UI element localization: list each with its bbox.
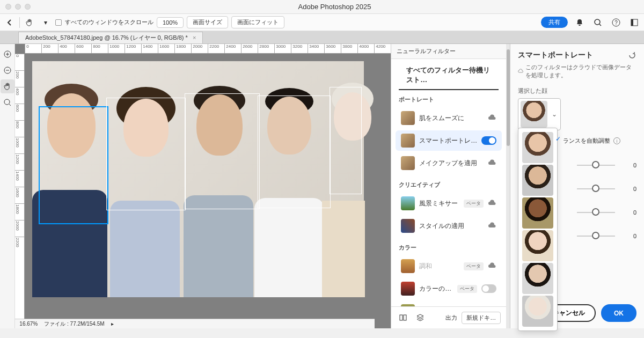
filter-toggle[interactable] (481, 284, 496, 293)
svg-point-7 (4, 99, 10, 105)
slider-thumb[interactable] (592, 185, 599, 192)
document-tab[interactable]: AdobeStock_578474180.jpeg @ 16.7% (レイヤー … (18, 32, 203, 43)
canvas-size-button[interactable]: 画面サイズ (187, 16, 228, 28)
options-bar: ▾ すべてのウィンドウをスクロール 100% 画面サイズ 画面にフィット 共有 … (0, 14, 644, 31)
titlebar: Adobe Photoshop 2025 (0, 0, 644, 14)
filter-harmonize[interactable]: 調和 ベータ (396, 256, 502, 276)
face-option[interactable] (522, 230, 553, 261)
layers-icon[interactable] (414, 311, 427, 324)
detected-face-box[interactable] (185, 93, 260, 209)
hand-tool-icon[interactable] (23, 16, 36, 29)
window-controls[interactable] (5, 4, 31, 10)
cloud-icon (488, 262, 496, 270)
filter-colorize[interactable]: カラー化 (396, 301, 502, 306)
beta-badge: ベータ (457, 285, 477, 293)
ok-button[interactable]: OK (601, 304, 636, 322)
canvas[interactable] (25, 54, 391, 328)
zoom-100-button[interactable]: 100% (157, 17, 184, 28)
ruler-vertical: 0200400600800100012001400160018002000220… (15, 54, 25, 328)
slider[interactable] (577, 165, 615, 166)
check-icon: ✓ (555, 135, 561, 143)
face-option[interactable] (522, 197, 553, 229)
zoom-in-tool[interactable] (1, 47, 14, 61)
svg-rect-4 (631, 19, 633, 26)
filter-thumb-icon (401, 282, 415, 296)
filter-style-transfer[interactable]: スタイルの適用 (396, 216, 502, 236)
detected-face-box[interactable] (106, 98, 186, 210)
face-option[interactable]: ✓ (522, 132, 553, 163)
output-label: 出力 (445, 314, 457, 322)
tool-strip (0, 44, 15, 328)
filter-skin-smoothing[interactable]: 肌をスムーズに (396, 108, 502, 128)
cloud-icon (488, 199, 496, 208)
slider-value: 0 (620, 233, 636, 239)
face-option[interactable] (522, 296, 553, 327)
detected-face-box[interactable] (330, 87, 362, 194)
scrollbar-vertical[interactable] (506, 44, 510, 328)
cloud-icon (488, 114, 496, 122)
svg-text:?: ? (614, 20, 618, 26)
fit-screen-button[interactable]: 画面にフィット (231, 16, 284, 28)
slider-value: 0 (620, 162, 636, 168)
status-chevron-icon[interactable]: ▸ (111, 321, 114, 327)
filter-makeup[interactable]: メイクアップを適用 (396, 153, 502, 173)
close-tab-icon[interactable]: × (193, 34, 196, 41)
filter-thumb-icon (401, 111, 415, 125)
hand-tool[interactable] (1, 79, 14, 93)
main-area: 0200400600800100012001400160018002000220… (0, 44, 644, 328)
filter-smart-portrait[interactable]: スマートポートレ… (396, 130, 502, 151)
maximize-window-icon[interactable] (25, 4, 31, 10)
face-selector[interactable]: ⌄ (518, 98, 561, 130)
slider-thumb[interactable] (592, 232, 599, 239)
minimize-window-icon[interactable] (15, 4, 21, 10)
selected-face-label: 選択した顔 (518, 87, 636, 95)
filter-thumb-icon (401, 134, 415, 148)
document-tab-label: AdobeStock_578474180.jpeg @ 16.7% (レイヤー … (25, 34, 188, 41)
dropdown-icon[interactable]: ▾ (39, 16, 52, 29)
filter-color-transfer[interactable]: カラーの適用 ベータ (396, 278, 502, 299)
scroll-all-checkbox[interactable] (55, 19, 62, 26)
svg-point-0 (595, 19, 600, 25)
app-title: Adobe Photoshop 2025 (31, 3, 639, 11)
svg-rect-9 (404, 315, 406, 320)
help-icon[interactable]: ? (610, 16, 623, 29)
output-dropdown[interactable]: 新規ドキ… (462, 312, 501, 324)
filter-toggle[interactable] (481, 136, 496, 145)
share-button[interactable]: 共有 (541, 17, 568, 28)
info-icon[interactable]: i (613, 137, 620, 144)
slider[interactable] (577, 236, 615, 237)
filter-landscape-mixer[interactable]: 風景ミキサー ベータ (396, 193, 502, 214)
zoom-tool[interactable] (1, 95, 14, 109)
section-color: カラー (391, 238, 506, 254)
neural-filter-tab[interactable]: ニューラルフィルター (391, 44, 506, 59)
close-window-icon[interactable] (5, 4, 11, 10)
slider-row: 0 (577, 233, 636, 239)
compare-icon[interactable] (397, 311, 409, 324)
reset-icon[interactable] (628, 51, 636, 60)
panel-title: スマートポートレート (518, 50, 593, 60)
beta-badge: ベータ (464, 200, 484, 208)
search-icon[interactable] (591, 16, 604, 29)
detected-face-box[interactable] (258, 95, 331, 208)
slider-thumb[interactable] (592, 161, 599, 168)
slider[interactable] (577, 188, 615, 189)
zoom-out-tool[interactable] (1, 63, 14, 77)
canvas-area: 0200400600800100012001400160018002000220… (15, 44, 391, 328)
slider-row: 0 (577, 186, 636, 192)
smart-portrait-panel: スマートポートレート このフィルターはクラウドで画像データを処理します。 選択し… (510, 44, 644, 328)
bell-icon[interactable] (573, 16, 586, 29)
slider-row: 0 (577, 209, 636, 216)
selected-face-box[interactable] (39, 106, 108, 224)
cloud-icon (488, 222, 496, 230)
neural-filter-panel: ニューラルフィルター すべてのフィルター待機リスト… ポートレート 肌をスムーズ… (391, 44, 506, 328)
slider-value: 0 (620, 186, 636, 192)
face-option[interactable] (522, 263, 553, 294)
slider-thumb[interactable] (592, 208, 599, 216)
slider[interactable] (577, 212, 615, 213)
zoom-level[interactable]: 16.67% (19, 321, 38, 327)
back-button[interactable] (3, 16, 16, 29)
ruler-horizontal: 0200400600800100012001400160018002000220… (25, 44, 391, 54)
face-option[interactable] (522, 165, 553, 196)
workspace-icon[interactable] (628, 16, 641, 29)
filter-list-header[interactable]: すべてのフィルター待機リスト… (399, 59, 499, 90)
